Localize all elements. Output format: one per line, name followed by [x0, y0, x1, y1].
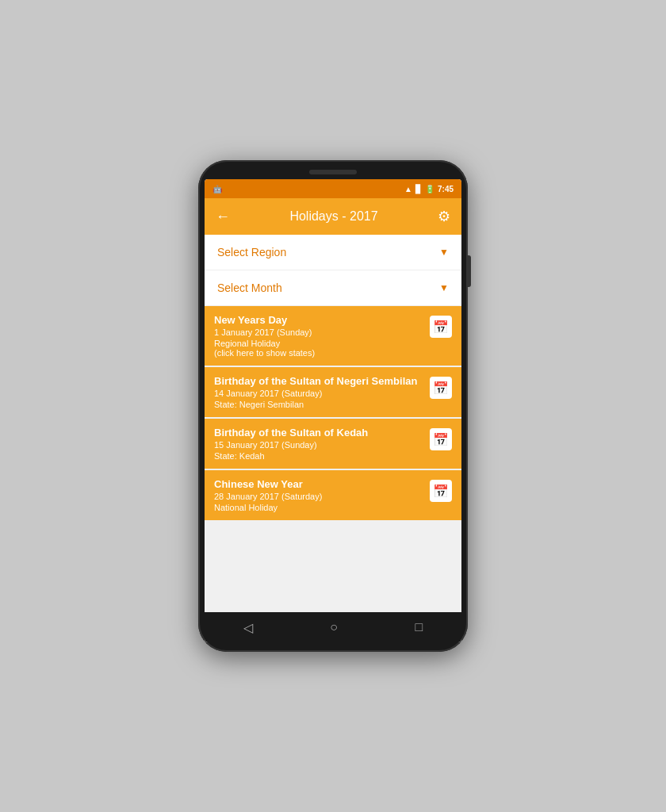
nav-home-button[interactable]: ○ — [317, 617, 350, 638]
month-filter[interactable]: Select Month ▼ — [205, 270, 461, 306]
holiday-type-3: National Holiday — [214, 503, 423, 512]
region-label: Select Region — [217, 246, 286, 259]
month-dropdown-arrow: ▼ — [439, 282, 449, 293]
region-filter[interactable]: Select Region ▼ — [205, 235, 461, 270]
add-calendar-button-2[interactable]: 📅 — [430, 428, 452, 450]
status-bar: 🤖 ▲ ▊ 🔋 7:45 — [205, 179, 461, 198]
holiday-date-1: 14 January 2017 (Saturday) — [214, 389, 423, 398]
holiday-name-1: Birthday of the Sultan of Negeri Sembila… — [214, 375, 423, 387]
holiday-type-1: State: Negeri Sembilan — [214, 400, 423, 409]
signal-icon: ▊ — [415, 185, 422, 193]
holiday-type-2: State: Kedah — [214, 451, 423, 461]
page-title: Holidays - 2017 — [289, 209, 377, 224]
holiday-card-3[interactable]: Chinese New Year 28 January 2017 (Saturd… — [205, 470, 461, 520]
phone-speaker — [309, 170, 357, 174]
status-bar-right: ▲ ▊ 🔋 7:45 — [404, 185, 454, 193]
calendar-plus-icon-3: 📅 — [433, 484, 449, 499]
calendar-plus-icon-2: 📅 — [433, 432, 449, 447]
add-calendar-button-1[interactable]: 📅 — [430, 377, 452, 399]
holiday-content-1: Birthday of the Sultan of Negeri Sembila… — [214, 375, 430, 409]
holiday-content-3: Chinese New Year 28 January 2017 (Saturd… — [214, 478, 430, 512]
nav-bar: ◁ ○ □ — [205, 612, 461, 642]
holiday-content-2: Birthday of the Sultan of Kedah 15 Janua… — [214, 427, 430, 461]
month-label: Select Month — [217, 282, 282, 294]
back-button[interactable]: ← — [216, 209, 230, 225]
holiday-type-0: Regional Holiday(click here to show stat… — [214, 339, 423, 358]
nav-recent-button[interactable]: □ — [403, 617, 436, 638]
phone-side-button — [468, 255, 471, 287]
add-calendar-button-3[interactable]: 📅 — [430, 480, 452, 502]
holiday-date-0: 1 January 2017 (Sunday) — [214, 327, 423, 337]
nav-back-button[interactable]: ◁ — [231, 617, 266, 638]
holiday-date-2: 15 January 2017 (Sunday) — [214, 440, 423, 450]
phone-screen: 🤖 ▲ ▊ 🔋 7:45 ← Holidays - 2017 ⚙ Select … — [205, 179, 461, 642]
holiday-card-0[interactable]: New Years Day 1 January 2017 (Sunday) Re… — [205, 306, 461, 366]
phone-device: 🤖 ▲ ▊ 🔋 7:45 ← Holidays - 2017 ⚙ Select … — [198, 160, 468, 652]
battery-icon: 🔋 — [425, 185, 434, 193]
time-display: 7:45 — [438, 185, 454, 193]
android-icon: 🤖 — [212, 185, 222, 193]
holiday-card-2[interactable]: Birthday of the Sultan of Kedah 15 Janua… — [205, 419, 461, 469]
holiday-name-2: Birthday of the Sultan of Kedah — [214, 427, 423, 439]
holiday-card-1[interactable]: Birthday of the Sultan of Negeri Sembila… — [205, 367, 461, 417]
calendar-plus-icon-1: 📅 — [433, 381, 449, 396]
holiday-name-3: Chinese New Year — [214, 478, 423, 490]
wifi-icon: ▲ — [404, 185, 412, 193]
app-bar: ← Holidays - 2017 ⚙ — [205, 198, 461, 235]
filters-section: Select Region ▼ Select Month ▼ — [205, 235, 461, 306]
holiday-list: New Years Day 1 January 2017 (Sunday) Re… — [205, 306, 461, 612]
holiday-name-0: New Years Day — [214, 314, 423, 326]
status-bar-left: 🤖 — [212, 185, 222, 193]
region-dropdown-arrow: ▼ — [439, 247, 449, 258]
add-calendar-button-0[interactable]: 📅 — [430, 316, 452, 338]
holiday-date-3: 28 January 2017 (Saturday) — [214, 492, 423, 501]
calendar-plus-icon-0: 📅 — [433, 320, 449, 335]
holiday-content-0: New Years Day 1 January 2017 (Sunday) Re… — [214, 314, 430, 358]
settings-button[interactable]: ⚙ — [438, 208, 450, 225]
